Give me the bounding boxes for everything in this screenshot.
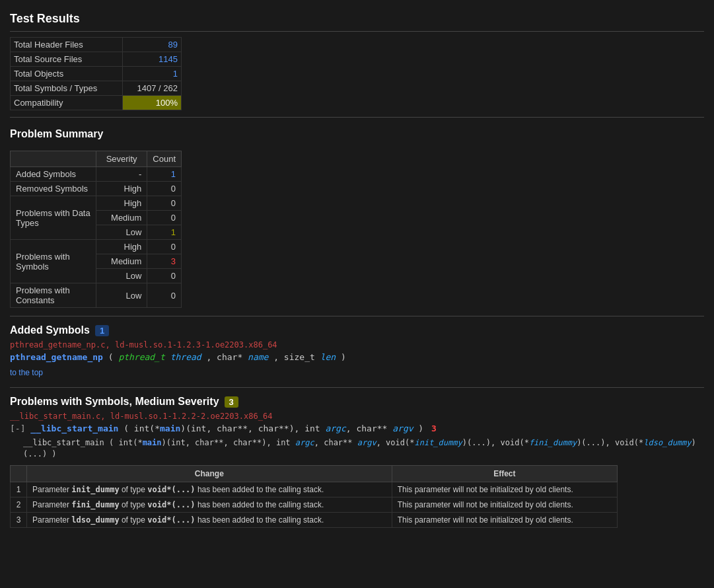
table-row: Compatibility 100% — [11, 96, 182, 110]
exp-rest3: )(...), void(* — [577, 438, 643, 447]
row-severity: Low — [96, 225, 147, 240]
exp-ldso: ldso_dummy — [643, 438, 691, 447]
sym-param-3: len — [320, 352, 336, 362]
row-effect: This parameter will not be initialized b… — [392, 512, 617, 527]
table-row: Total Symbols / Types 1407 / 262 — [11, 81, 182, 96]
table-row: Problems with Data Types High 0 — [11, 196, 182, 211]
col-change-header: Change — [27, 465, 392, 482]
row-change: Parameter init_dummy of type void*(...) … — [27, 482, 392, 497]
problem-summary-table: Severity Count Added Symbols - 1 Removed… — [10, 151, 182, 308]
table-row: 3 Parameter ldso_dummy of type void*(...… — [11, 512, 618, 527]
row-count: 0 — [147, 283, 182, 308]
added-symbols-heading: Added Symbols 1 — [10, 324, 704, 336]
stat-label: Compatibility — [11, 96, 123, 110]
sym-comma-2: , size_t — [273, 352, 320, 362]
stat-value-compatibility: 100% — [122, 96, 182, 110]
col-num — [11, 465, 27, 482]
row-count: 0 — [147, 182, 182, 196]
table-row: Total Source Files 1145 — [11, 52, 182, 67]
sym-close-paren: ) — [341, 352, 346, 362]
row-count[interactable]: 3 — [147, 254, 182, 269]
row-effect: This parameter will not be initialized b… — [392, 482, 617, 497]
table-row: Problems with Constants Low 0 — [11, 283, 182, 308]
col-effect-header: Effect — [392, 465, 617, 482]
added-symbols-badge: 1 — [95, 325, 109, 336]
stat-label: Total Source Files — [11, 52, 123, 67]
table-row: 2 Parameter fini_dummy of type void*(...… — [11, 497, 618, 512]
row-group-label: Problems with Symbols — [11, 240, 96, 283]
sym-comma-1: , char* — [206, 352, 248, 362]
row-count: 0 — [147, 240, 182, 254]
row-count: 0 — [147, 211, 182, 225]
exp-argv-label: , char** — [314, 438, 357, 447]
bracket-icon: [-] — [10, 423, 30, 433]
prob-argc: argc — [325, 423, 345, 433]
row-severity: Medium — [96, 254, 147, 269]
stat-label: Total Header Files — [11, 38, 123, 52]
sym-func-name: pthread_getname_np — [10, 352, 103, 362]
table-row: Problems with Symbols High 0 — [11, 240, 182, 254]
row-count[interactable]: 1 — [147, 167, 182, 182]
table-row: Removed Symbols High 0 — [11, 182, 182, 196]
problems-file-ref: __libc_start_main.c, ld-musl.so.1-1.2.2-… — [10, 412, 704, 421]
exp-argc: argc — [295, 438, 314, 447]
problems-symbols-label: Problems with Symbols, Medium Severity — [10, 396, 219, 408]
table-row: Total Objects 1 — [11, 67, 182, 81]
exp-main: main — [143, 438, 162, 447]
exp-mid: )(int, char**, char**), int — [162, 438, 295, 447]
col-header-count: Count — [147, 151, 182, 167]
stat-value: 1407 / 262 — [122, 81, 182, 96]
row-group-label: Added Symbols — [11, 167, 96, 182]
section-divider — [10, 117, 704, 118]
row-count[interactable]: 1 — [147, 225, 182, 240]
exp-argv: argv — [357, 438, 376, 447]
added-symbols-label: Added Symbols — [10, 324, 90, 336]
sym-open-paren: ( — [108, 352, 119, 362]
problems-symbols-heading: Problems with Symbols, Medium Severity 3 — [10, 396, 704, 408]
row-group-label: Removed Symbols — [11, 182, 96, 196]
row-change: Parameter ldso_dummy of type void*(...) … — [27, 512, 392, 527]
stat-value[interactable]: 1145 — [122, 52, 182, 67]
row-group-label: Problems with Data Types — [11, 196, 96, 240]
exp-init: init_dummy — [414, 438, 462, 447]
added-symbols-signature: pthread_getname_np ( pthread_t thread , … — [10, 352, 704, 362]
stat-value[interactable]: 1 — [122, 67, 182, 81]
prob-close: ) — [413, 423, 429, 433]
sym-type-1: pthread_t — [118, 352, 164, 362]
row-num: 1 — [11, 482, 27, 497]
row-severity: Low — [96, 283, 147, 308]
row-change: Parameter fini_dummy of type void*(...) … — [27, 497, 392, 512]
row-count: 0 — [147, 269, 182, 283]
row-count: 0 — [147, 196, 182, 211]
prob-params-2: )(int, char**, char**), int — [180, 423, 325, 433]
page-title: Test Results — [10, 7, 704, 32]
stat-value[interactable]: 89 — [122, 38, 182, 52]
stats-table: Total Header Files 89 Total Source Files… — [10, 37, 182, 110]
to-top-link[interactable]: to the top — [10, 368, 43, 377]
row-severity: Medium — [96, 211, 147, 225]
section-divider-2 — [10, 316, 704, 316]
sym-param-2: name — [248, 352, 268, 362]
row-severity: High — [96, 196, 147, 211]
change-effect-table: Change Effect 1 Parameter init_dummy of … — [10, 465, 618, 528]
prob-main: main — [160, 423, 180, 433]
row-num: 2 — [11, 497, 27, 512]
exp-rest2: )(...), void(* — [462, 438, 529, 447]
prob-params: ( int(* — [124, 423, 160, 433]
problems-count-inline: 3 — [431, 423, 437, 433]
added-symbols-file-ref: pthread_getname_np.c, ld-musl.so.1-1.2.3… — [10, 340, 704, 349]
exp-prefix: __libc_start_main ( int(* — [23, 438, 143, 447]
row-severity: - — [96, 167, 147, 182]
prob-argv: argv — [392, 423, 413, 433]
stat-label: Total Symbols / Types — [11, 81, 123, 96]
prob-func-name: __libc_start_main — [30, 423, 118, 433]
col-header-severity: Severity — [96, 151, 147, 167]
problem-summary-heading: Problem Summary — [10, 123, 704, 145]
problems-collapsed-sig: [-] __libc_start_main ( int(*main)(int, … — [10, 423, 704, 433]
prob-comma: , char** — [346, 423, 392, 433]
exp-rest: , void(* — [376, 438, 415, 447]
stat-label: Total Objects — [11, 67, 123, 81]
row-effect: This parameter will not be initialized b… — [392, 497, 617, 512]
row-severity: Low — [96, 269, 147, 283]
table-row: Added Symbols - 1 — [11, 167, 182, 182]
